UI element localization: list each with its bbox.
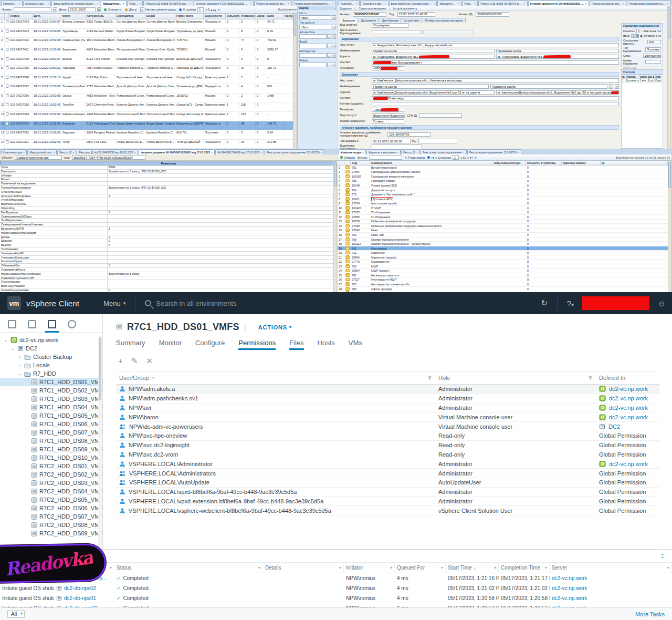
- lookup-icon[interactable]: …: [327, 53, 331, 58]
- doc-subtab[interactable]: Загальне: [340, 18, 358, 23]
- req-row[interactable]: Переупаковка: [0, 280, 337, 284]
- cat-scrollbar[interactable]: [668, 161, 671, 294]
- permission-row[interactable]: VSPHERE.LOCAL\AutoUpdateAutoUpdateUserGl…: [116, 478, 659, 488]
- tab-close-icon[interactable]: ×: [190, 2, 191, 5]
- catalog-row[interactable]: 10100420ІТ МЦП0: [338, 206, 668, 211]
- route-number-input[interactable]: [14, 7, 51, 12]
- tree-caret-icon[interactable]: ›: [17, 355, 22, 359]
- column-header[interactable]: Completion Time▾: [499, 563, 550, 573]
- param-input[interactable]: Посилка: [645, 47, 661, 51]
- column-header[interactable]: Кількість в упаковці: [526, 161, 562, 165]
- tree-item[interactable]: R7C2_HDD_DS04_VMFS: [0, 487, 102, 495]
- defined-in-link[interactable]: DC2: [608, 423, 620, 430]
- table-row[interactable]: 12102-3423739318.01.2023 10:52:39Бердичі…: [0, 121, 293, 131]
- filter-icon[interactable]: [588, 376, 593, 380]
- param-input[interactable]: 0.45: [631, 34, 639, 38]
- tab-item[interactable]: ІН 0940891794636 від 17.03.2023×: [215, 149, 264, 154]
- catalog-row[interactable]: 515148Готова форма (303)0: [338, 183, 668, 188]
- req-row[interactable]: InFolder: [0, 174, 337, 178]
- permission-row[interactable]: VSPHERE.LOCAL\AdministratorAdministrator…: [116, 459, 659, 469]
- column-header[interactable]: Найменування: [370, 161, 493, 165]
- remove-permission-button[interactable]: ✕: [146, 356, 153, 366]
- column-header[interactable]: Details▾: [263, 563, 344, 573]
- catalog-row[interactable]: 6766Додаткові послуги0: [338, 188, 668, 193]
- tree-item[interactable]: R7C2_HDD_DS06_VMFS: [0, 504, 102, 512]
- page-next-icon[interactable]: ▸ ▸|: [211, 8, 216, 12]
- column-header[interactable]: Server▾: [550, 563, 672, 573]
- catalog-row[interactable]: 1523543Кава0: [338, 229, 668, 233]
- home-button[interactable]: Дім ▾: [124, 7, 138, 13]
- req-row[interactable]: УчетПоНомерам: [0, 198, 337, 202]
- form-input[interactable]: Отримувач: [372, 23, 408, 28]
- table-row[interactable]: 3102-3423740218.01.2023 10:53:48Червоног…: [0, 38, 293, 47]
- tree-caret-icon[interactable]: ›: [17, 363, 22, 368]
- form-input[interactable]: м. Кам'янське(Дніпропетровська обл), Від…: [496, 90, 619, 95]
- form-input[interactable]: [419, 113, 462, 118]
- clear-icon[interactable]: ×: [615, 84, 619, 89]
- doc-from-input[interactable]: 17.01.2023 21:45:31: [397, 12, 435, 17]
- tab-item[interactable]: Реєстр ІД×: [57, 149, 76, 154]
- task-row[interactable]: Initiate guest OS shutdowndc2-db-nps02✓C…: [0, 583, 672, 593]
- defined-in-link[interactable]: dc2-vc.np.work: [609, 386, 648, 392]
- tab-close-icon[interactable]: ×: [19, 2, 20, 5]
- req-ref-input[interactable]: cbc06b17-7214-47cb-b1c9-e00ca2082c04: [72, 155, 145, 160]
- catalog-row[interactable]: 2129906Маркетинг (захист)0: [338, 255, 668, 260]
- column-menu-icon[interactable]: ▾: [494, 565, 496, 570]
- req-object-input[interactable]: CatalogНоменклатура: [15, 155, 62, 160]
- tab-item[interactable]: Журнали з закупівель×: [366, 149, 401, 154]
- cat-page-input[interactable]: 1: [453, 155, 459, 160]
- tab-item[interactable]: Реєстр ІД×: [462, 1, 478, 6]
- req-row[interactable]: Parent: [0, 178, 337, 182]
- tab-close-icon[interactable]: ×: [518, 151, 519, 154]
- task-server-link[interactable]: dc2-vc.np.work: [552, 585, 587, 591]
- tree-caret-icon[interactable]: ⌄: [10, 346, 15, 351]
- catalog-row[interactable]: 227964Господарсько-адміністративні засоб…: [338, 170, 668, 175]
- req-scrollbar[interactable]: [333, 161, 337, 294]
- table-row[interactable]: 8102-3423739718.01.2023 10:53:08Тисмениц…: [0, 84, 293, 94]
- tab-configure[interactable]: Configure: [195, 339, 225, 350]
- permission-row[interactable]: NPW\adm.pashchenko.sv1Administratordc2-v…: [116, 394, 659, 404]
- permission-row[interactable]: NPW\svc-hpe-oneviewRead-onlyGlobal Permi…: [116, 431, 659, 441]
- tab-close-icon[interactable]: ×: [48, 2, 49, 5]
- column-header[interactable]: Вид роботи: [204, 14, 226, 18]
- hosts-clusters-icon[interactable]: [6, 319, 18, 329]
- defined-in-link[interactable]: dc2-vc.np.work: [609, 405, 648, 411]
- route-date-input[interactable]: 25.01.2023: [68, 7, 96, 12]
- cat-select-button[interactable]: Обрати: [339, 154, 356, 160]
- tab-vms[interactable]: VMs: [349, 339, 362, 350]
- tab-item[interactable]: Реєстр внутрішніх відправлень×: [254, 1, 291, 6]
- catalog-row[interactable]: 3100287Господарські витратні матеріали0: [338, 174, 668, 179]
- storage-icon[interactable]: [46, 319, 58, 329]
- route-table-scrollbar[interactable]: [293, 14, 297, 151]
- tree-item[interactable]: R7C2_HDD_DS09_VMFS: [0, 529, 102, 538]
- tab-item[interactable]: Реєстр р ІД №105-39438793 від 18.01.2023…: [143, 1, 193, 6]
- info-icon[interactable]: [179, 8, 182, 11]
- tab-item[interactable]: Комплектатура×: [339, 1, 360, 6]
- tree-scrollbar[interactable]: [98, 336, 102, 549]
- tab-close-icon[interactable]: ×: [53, 151, 55, 154]
- tab-item[interactable]: Комплектатура×: [1, 1, 23, 6]
- req-row[interactable]: УчитыватьКомиссию: [0, 256, 337, 260]
- catalog-row[interactable]: 18100112Камери відеоспостереження - нала…: [338, 242, 668, 246]
- column-header[interactable]: Кількість шт: [226, 14, 240, 18]
- permission-row[interactable]: VSPHERE.LOCAL\vpxd-extension-bf8bef6a-9b…: [116, 497, 659, 507]
- req-row[interactable]: НаименованиеНаАнглийскомБронеплита по 5 …: [0, 272, 337, 276]
- tree-item[interactable]: R7C1_HDD_DS01_VMFS: [0, 378, 102, 386]
- column-header[interactable]: Queued For▾: [395, 563, 446, 573]
- param-input[interactable]: 100: [647, 40, 661, 44]
- tab-item[interactable]: Інтернет документ ІН 20450651622602 від …: [194, 1, 254, 6]
- permission-row[interactable]: VSPHERE.LOCAL\AdministratorsAdministrato…: [116, 469, 659, 478]
- table-row[interactable]: 14102-3423739118.01.2023 10:52:41Тячів98…: [0, 140, 293, 149]
- permission-row[interactable]: NPW\adm.akuls.aAdministratordc2-vc.np.wo…: [116, 385, 659, 394]
- tab-item[interactable]: База прийнятих передачі відповідальності…: [389, 1, 437, 6]
- req-row[interactable]: УчитыватьКакЭН: [0, 252, 337, 256]
- tab-close-icon[interactable]: ×: [332, 2, 334, 5]
- tree-item[interactable]: R7C1_HDD_DS08_VMFS: [0, 437, 102, 445]
- tree-item[interactable]: R7C2_HDD_DS07_VMFS: [0, 512, 102, 521]
- doc-subtab[interactable]: Друкування: [359, 18, 379, 23]
- refresh-icon[interactable]: ↻: [541, 298, 548, 308]
- req-row[interactable]: ШтрихКод: [0, 206, 337, 211]
- tab-close-icon[interactable]: ×: [139, 2, 141, 5]
- cat-info-icon[interactable]: [427, 156, 430, 159]
- tab-close-icon[interactable]: ×: [260, 151, 262, 154]
